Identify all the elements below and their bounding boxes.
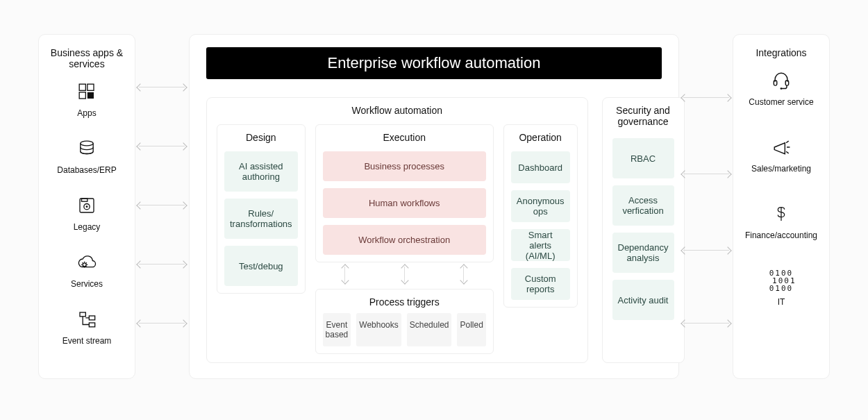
trigger-item: Polled [457, 313, 485, 346]
svg-rect-3 [87, 92, 94, 99]
side-item-label: Apps [77, 108, 96, 118]
design-column: Design AI assisted authoring Rules/ tran… [217, 124, 306, 294]
connector-icon [683, 323, 729, 324]
workflow-automation-card: Workflow automation Design AI assisted a… [206, 97, 588, 363]
side-item-label: Finance/accounting [745, 230, 817, 240]
connector-icon [683, 174, 729, 174]
connector-icon [683, 250, 729, 251]
operation-title: Operation [511, 132, 570, 143]
side-item-label: Event stream [62, 336, 112, 346]
svg-rect-11 [89, 316, 94, 320]
security-item: Activity audit [612, 280, 674, 320]
side-item-event-stream: Event stream [46, 307, 128, 346]
side-item-sales-marketing: Sales/marketing [740, 135, 822, 174]
main-panel: Enterprise workflow automation Workflow … [189, 34, 679, 379]
side-item-label: IT [778, 297, 785, 307]
svg-rect-8 [82, 199, 87, 201]
side-item-legacy: Legacy [46, 193, 128, 232]
svg-point-15 [781, 87, 783, 90]
operation-item: Smart alerts (AI/ML) [511, 229, 570, 261]
business-apps-panel: Business apps & services Apps Databases/… [38, 34, 135, 379]
operation-column: Operation Dashboard Anonymous ops Smart … [503, 124, 578, 308]
trigger-item: Webhooks [356, 313, 401, 346]
execution-title: Execution [323, 132, 486, 143]
svg-point-9 [83, 263, 86, 267]
side-item-label: Databases/ERP [57, 165, 116, 175]
svg-point-7 [86, 205, 88, 208]
operation-item: Anonymous ops [511, 190, 570, 222]
side-item-customer-service: Customer service [740, 68, 822, 107]
save-disk-icon [74, 193, 99, 218]
security-item: Access verfication [612, 185, 674, 226]
svg-point-4 [81, 141, 93, 146]
side-item-services: Services [46, 250, 128, 289]
process-triggers-title: Process triggers [323, 296, 486, 308]
database-icon [74, 136, 99, 161]
workflow-title: Workflow automation [217, 105, 578, 116]
process-triggers-card: Process triggers Event based Webhooks Sc… [315, 289, 494, 354]
execution-column: Execution Business processes Human workf… [315, 124, 494, 354]
updown-arrow-icon [463, 267, 464, 282]
design-item: AI assisted authoring [224, 151, 298, 192]
connector-icon [139, 264, 185, 264]
side-item-databases: Databases/ERP [46, 136, 128, 175]
connector-icon [139, 146, 185, 146]
side-item-finance: Finance/accounting [740, 201, 822, 240]
svg-rect-10 [80, 312, 85, 317]
updown-arrow-icon [344, 267, 345, 282]
side-item-it: 0100 1001 0100 IT [740, 268, 822, 307]
binary-icon: 0100 1001 0100 [769, 268, 794, 293]
trigger-item: Event based [323, 313, 351, 346]
apps-icon [74, 79, 99, 104]
operation-item: Custom reports [511, 268, 570, 300]
flow-icon [74, 307, 99, 332]
dollar-icon [769, 201, 794, 226]
side-item-apps: Apps [46, 79, 128, 118]
cloud-gear-icon [74, 250, 99, 275]
connector-icon [683, 97, 729, 98]
headset-icon [769, 68, 794, 93]
banner-title: Enterprise workflow automation [206, 47, 662, 79]
security-item: RBAC [612, 138, 674, 178]
trigger-item: Scheduled [407, 313, 452, 346]
integrations-panel: Integrations Customer service Sales/mark… [733, 34, 830, 379]
side-item-label: Customer service [749, 97, 813, 107]
side-item-label: Services [71, 279, 103, 289]
svg-rect-1 [87, 84, 94, 90]
design-item: Test/debug [224, 246, 298, 286]
design-item: Rules/ transformations [224, 199, 298, 239]
left-panel-title: Business apps & services [46, 47, 128, 69]
connector-icon [139, 323, 185, 324]
execution-item: Human workflows [323, 188, 486, 218]
security-title: Security and governance [612, 105, 674, 127]
connector-icon [139, 87, 185, 87]
execution-item: Workflow orchestration [323, 225, 486, 255]
operation-item: Dashboard [511, 151, 570, 183]
connector-icon [139, 205, 185, 205]
design-title: Design [224, 132, 298, 143]
updown-arrow-icon [404, 267, 405, 282]
side-item-label: Sales/marketing [751, 164, 811, 174]
side-item-label: Legacy [74, 222, 101, 232]
right-panel-title: Integrations [740, 47, 822, 58]
svg-rect-12 [89, 323, 94, 327]
svg-rect-2 [79, 92, 85, 99]
security-item: Dependancy analysis [612, 233, 674, 273]
security-column: Security and governance RBAC Access verf… [602, 97, 685, 363]
megaphone-icon [769, 135, 794, 160]
execution-item: Business processes [323, 151, 486, 181]
svg-rect-0 [79, 84, 85, 90]
